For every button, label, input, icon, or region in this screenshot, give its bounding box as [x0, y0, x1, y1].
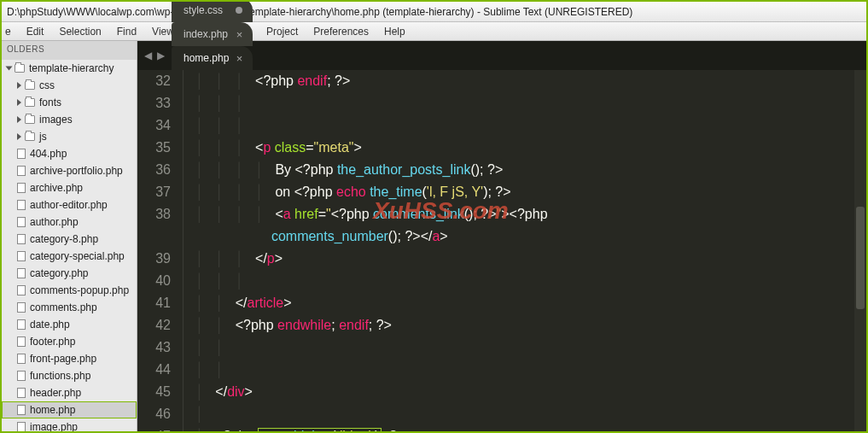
main-area: OLDERS template-hierarchy css fonts imag… — [2, 41, 866, 431]
vertical-scrollbar[interactable] — [854, 70, 866, 431]
tree-folder[interactable]: images — [2, 111, 137, 128]
tree-file[interactable]: archive-portfolio.php — [2, 162, 137, 179]
tree-file[interactable]: 404.php — [2, 145, 137, 162]
tree-file[interactable]: category.php — [2, 265, 137, 282]
menu-selection[interactable]: Selection — [59, 26, 101, 38]
menu-help[interactable]: Help — [384, 26, 405, 38]
tree-file[interactable]: footer.php — [2, 333, 137, 350]
menu-edit[interactable]: Edit — [26, 26, 44, 38]
line-gutter: 32333435363738 39404142434445464748 — [137, 70, 184, 431]
tab-label: index.php — [184, 28, 228, 40]
tab-label: style.css — [184, 4, 223, 16]
menu-project[interactable]: Project — [266, 26, 298, 38]
tree-file[interactable]: author-editor.php — [2, 196, 137, 214]
file-icon — [17, 268, 26, 278]
file-icon — [17, 422, 26, 431]
editor-tab[interactable]: home.php× — [172, 46, 253, 70]
menu-bar: e Edit Selection Find View Goto Tools Pr… — [2, 22, 866, 41]
file-icon — [17, 183, 26, 193]
tree-file[interactable]: home.php — [2, 401, 137, 418]
chevron-right-icon — [17, 99, 21, 106]
file-icon — [17, 319, 26, 330]
tree-file[interactable]: author.php — [2, 214, 137, 231]
sidebar: OLDERS template-hierarchy css fonts imag… — [2, 41, 137, 431]
tree-file[interactable]: comments.php — [2, 299, 137, 316]
tree-file[interactable]: date.php — [2, 316, 137, 333]
file-icon — [17, 371, 26, 381]
file-icon — [17, 302, 26, 313]
close-icon[interactable]: × — [236, 52, 243, 65]
code-area[interactable]: 32333435363738 39404142434445464748 │ │ … — [137, 70, 866, 431]
folder-icon — [15, 64, 25, 73]
chevron-down-icon — [6, 67, 13, 71]
tree-file[interactable]: functions.php — [2, 367, 137, 384]
editor-tab[interactable]: index.php× — [172, 22, 253, 46]
title-text: D:\phpStudy\WWW\localwp.com\wp-content\t… — [7, 6, 632, 18]
file-icon — [17, 166, 26, 176]
editor-pane: ◀ ▶ style.cssindex.php×home.php× 3233343… — [137, 41, 866, 431]
file-icon — [17, 234, 26, 244]
dirty-dot-icon — [236, 7, 242, 14]
tree-file[interactable]: front-page.php — [2, 350, 137, 367]
tree-file[interactable]: comments-popup.php — [2, 282, 137, 299]
scrollbar-thumb[interactable] — [856, 207, 865, 309]
file-icon — [17, 200, 26, 210]
close-icon[interactable]: × — [236, 28, 243, 41]
file-icon — [17, 251, 26, 261]
tree-folder[interactable]: css — [2, 77, 137, 94]
tree-file[interactable]: header.php — [2, 384, 137, 401]
menu-file[interactable]: e — [5, 26, 11, 38]
file-icon — [17, 405, 26, 415]
menu-find[interactable]: Find — [117, 26, 137, 38]
file-icon — [17, 149, 26, 159]
tab-bar: ◀ ▶ style.cssindex.php×home.php× — [137, 41, 866, 70]
back-icon[interactable]: ◀ — [144, 50, 152, 61]
chevron-right-icon — [17, 116, 21, 123]
forward-icon[interactable]: ▶ — [157, 50, 165, 61]
menu-preferences[interactable]: Preferences — [313, 26, 369, 38]
file-icon — [17, 285, 26, 295]
sidebar-header: OLDERS — [2, 41, 137, 60]
tree-file[interactable]: category-8.php — [2, 231, 137, 248]
chevron-right-icon — [17, 82, 21, 89]
editor-tab[interactable]: style.css — [172, 0, 253, 22]
folder-tree: template-hierarchy css fonts images js 4… — [2, 60, 137, 431]
tab-label: home.php — [184, 52, 229, 64]
tree-folder[interactable]: js — [2, 128, 137, 145]
chevron-right-icon — [17, 133, 21, 140]
tree-root[interactable]: template-hierarchy — [2, 60, 137, 77]
tree-file[interactable]: image.php — [2, 418, 137, 431]
nav-arrows[interactable]: ◀ ▶ — [137, 41, 172, 70]
window-titlebar: D:\phpStudy\WWW\localwp.com\wp-content\t… — [2, 2, 866, 22]
tree-file[interactable]: category-special.php — [2, 248, 137, 265]
folder-icon — [25, 132, 35, 141]
code-content[interactable]: │ │ │ <?php endif; ?>│ │ │ │ │ │ │ │ │ <… — [184, 70, 866, 431]
file-icon — [17, 217, 26, 227]
tree-file[interactable]: archive.php — [2, 179, 137, 196]
file-icon — [17, 336, 26, 347]
file-icon — [17, 388, 26, 398]
file-icon — [17, 354, 26, 364]
tree-folder[interactable]: fonts — [2, 94, 137, 111]
folder-icon — [25, 81, 35, 90]
folder-icon — [25, 98, 35, 107]
folder-icon — [25, 115, 35, 124]
